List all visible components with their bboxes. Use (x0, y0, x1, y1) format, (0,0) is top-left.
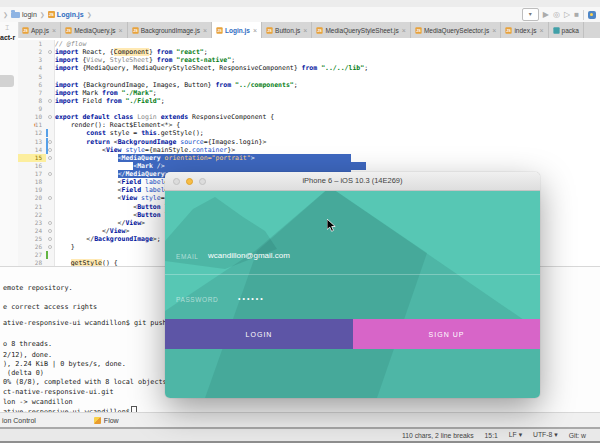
email-label: EMAIL (176, 253, 199, 260)
tab-label: MediaQueryStyleSheet.js (325, 27, 398, 34)
tab-index-js[interactable]: index.js× (501, 22, 548, 38)
gutter (46, 146, 55, 154)
tab-flow[interactable]: Flow (94, 417, 119, 424)
tab-bar: App.js×MediaQuery.js×BackgroundImage.js×… (18, 22, 600, 39)
close-tab-icon[interactable]: × (253, 27, 257, 34)
coverage-icon[interactable]: ◎ (553, 9, 560, 20)
close-tab-icon[interactable]: × (52, 27, 56, 34)
fold-icon[interactable] (48, 172, 52, 176)
run-icon[interactable]: ▶ (543, 9, 549, 20)
close-tab-icon[interactable]: × (119, 27, 123, 34)
minimize-window-icon[interactable] (186, 178, 193, 185)
find-icon[interactable] (588, 11, 596, 19)
close-tab-icon[interactable]: × (539, 27, 543, 34)
zoom-window-icon[interactable] (199, 178, 206, 185)
fold-icon[interactable] (48, 148, 52, 152)
tab-button-js[interactable]: Button.js× (262, 22, 312, 38)
code-line: 7import Mark from "./Mark"; (18, 89, 600, 97)
rerun-icon[interactable]: ▷ (564, 9, 570, 20)
email-field[interactable]: wcandillon@gmail.com (208, 251, 290, 260)
line-number: 1 (18, 40, 46, 48)
status-bar: 110 chars, 2 line breaks15:1LF ▾UTF-8 ▾G… (0, 429, 600, 443)
close-window-icon[interactable] (173, 178, 180, 185)
gutter (46, 64, 55, 72)
login-button[interactable]: LOGIN (165, 319, 353, 349)
breadcrumb-item-loginjs[interactable]: Login.js (57, 11, 84, 18)
gutter (46, 178, 55, 186)
simulator-titlebar[interactable]: iPhone 6 – iOS 10.3 (14E269) (165, 172, 540, 191)
flow-icon (94, 417, 101, 424)
code-text: import Field from "./Field"; (55, 97, 600, 105)
line-number: 6 (18, 81, 46, 89)
simulator-window: iPhone 6 – iOS 10.3 (14E269) EMAIL wcand… (165, 172, 540, 398)
signup-button[interactable]: SIGN UP (353, 319, 540, 349)
tab-packa[interactable]: packa (549, 22, 584, 38)
fold-icon[interactable] (48, 99, 52, 103)
line-number: 2 (18, 48, 46, 56)
terminal-line: lon -> wcandillon (3, 398, 73, 406)
tab-mediaquery-js[interactable]: MediaQuery.js× (61, 22, 128, 38)
gutter (46, 162, 55, 170)
tab-label: Login.js (225, 27, 250, 34)
status-segment[interactable]: 15:1 (485, 432, 498, 439)
mouse-cursor (327, 219, 337, 233)
fold-icon[interactable] (48, 115, 52, 119)
gutter (46, 194, 55, 202)
breadcrumb-item-login[interactable]: login (22, 11, 37, 18)
ide-window: Login.js - react-native-responsive-ui - … (0, 0, 600, 445)
terminal-line: ), 2.24 KiB | 0 bytes/s, done. (3, 360, 126, 368)
tab-mediaquerystylesheet-js[interactable]: MediaQueryStyleSheet.js× (312, 22, 410, 38)
tab-app-js[interactable]: App.js× (18, 22, 61, 38)
code-line: 2import React, {Component} from "react"; (18, 48, 600, 56)
js-file-icon (216, 27, 222, 33)
close-tab-icon[interactable]: × (492, 27, 496, 34)
traffic-lights (173, 178, 206, 185)
status-segment[interactable]: 110 chars, 2 line breaks (402, 432, 474, 439)
code-text: import Mark from "./Mark"; (55, 89, 600, 97)
line-number: 25 (18, 235, 46, 243)
tab-backgroundimage-js[interactable]: BackgroundImage.js× (128, 22, 212, 38)
fold-icon[interactable] (48, 229, 52, 233)
terminal-line: 2/12), done. (3, 351, 52, 359)
password-field[interactable]: •••••• (238, 295, 265, 302)
fold-icon[interactable] (48, 221, 52, 225)
close-tab-icon[interactable]: × (402, 27, 406, 34)
fold-icon[interactable] (48, 140, 52, 144)
status-segment[interactable]: LF ▾ (509, 431, 522, 439)
tab-login-js[interactable]: Login.js× (212, 22, 262, 38)
line-number: 27 (18, 251, 46, 259)
fold-icon[interactable] (48, 245, 52, 249)
project-root-label: act-r (0, 34, 18, 41)
chevron-right-icon: ❯ (40, 11, 45, 18)
line-number: 22 (18, 211, 46, 219)
gutter (46, 121, 55, 129)
line-number: 11 (18, 121, 46, 129)
close-tab-icon[interactable]: × (203, 27, 207, 34)
run-config-dropdown[interactable]: ▾ (522, 8, 539, 21)
close-tab-icon[interactable]: × (303, 27, 307, 34)
code-line: 4import {MediaQuery, MediaQueryStyleShee… (18, 64, 600, 72)
line-number: 3 (18, 56, 46, 64)
tab-version-control[interactable]: ion Control (2, 417, 36, 424)
tool-window-button-icon[interactable]: ⌶ (5, 24, 9, 32)
line-number: 9 (18, 105, 46, 113)
gutter (46, 203, 55, 211)
panel-resize-thumb[interactable] (0, 75, 14, 87)
gutter (46, 170, 55, 178)
js-file-icon (506, 27, 512, 33)
tab-mediaqueryselector-js[interactable]: MediaQuerySelector.js× (411, 22, 501, 38)
stop-icon[interactable]: ■ (574, 9, 579, 20)
fold-icon[interactable] (48, 156, 52, 160)
override-marker-icon[interactable]: ⬆ (33, 121, 37, 129)
status-segment[interactable]: Git: w (569, 432, 586, 439)
gutter (46, 251, 55, 259)
status-segment[interactable]: UTF-8 ▾ (533, 431, 558, 439)
gutter (46, 113, 55, 121)
fold-icon[interactable] (48, 237, 52, 241)
tab-label: BackgroundImage.js (141, 27, 200, 34)
fold-icon[interactable] (48, 50, 52, 54)
folder-icon (11, 12, 20, 18)
fold-icon[interactable] (48, 196, 52, 200)
tab-label: MediaQuerySelector.js (424, 27, 489, 34)
js-file-icon (48, 11, 55, 18)
